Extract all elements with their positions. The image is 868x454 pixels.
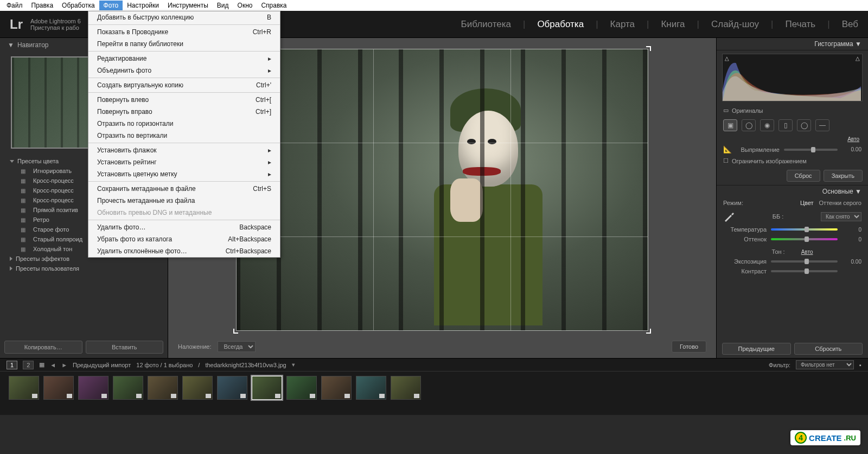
screen-1[interactable]: 1 <box>7 361 17 369</box>
menuitem[interactable]: Редактирование▸ <box>88 53 280 65</box>
mode-color[interactable]: Цвет <box>800 200 814 206</box>
straighten-slider[interactable] <box>784 149 838 151</box>
app-logo: Lr <box>10 17 23 32</box>
filmstrip-thumb[interactable] <box>113 376 143 400</box>
reset-all-button[interactable]: Сбросить <box>794 343 863 355</box>
menuitem[interactable]: Повернуть влевоCtrl+[ <box>88 94 280 106</box>
breadcrumb[interactable]: Предыдущий импорт <box>73 362 131 368</box>
previous-button[interactable]: Предыдущие <box>722 343 791 355</box>
menuitem[interactable]: Добавить в быструю коллекциюB <box>88 11 280 23</box>
filmstrip-thumbs <box>0 372 868 404</box>
menuitem[interactable]: Создать виртуальную копиюCtrl+' <box>88 79 280 91</box>
temp-slider[interactable] <box>771 228 838 231</box>
mode-bw[interactable]: Оттенки серого <box>819 200 861 206</box>
filmstrip-thumb[interactable] <box>217 376 247 400</box>
nav-back-icon[interactable]: ◄ <box>50 362 56 368</box>
nav-fwd-icon[interactable]: ► <box>61 362 67 368</box>
watermark: 4 СREATE .RU <box>790 430 860 445</box>
menu-инструменты[interactable]: Инструменты <box>163 1 213 10</box>
filmstrip-thumb[interactable] <box>9 376 39 400</box>
right-panel: Гистограмма ▼ △ △ ▭Оригиналы ▣ ◯ ◉ ▯ ◯ —… <box>716 38 868 358</box>
module-3[interactable]: Книга <box>661 19 685 30</box>
auto-tone[interactable]: Авто <box>801 249 813 255</box>
gradient-tool[interactable]: ▯ <box>778 119 793 131</box>
done-button[interactable]: Готово <box>672 341 706 353</box>
overlay-select[interactable]: Всегда <box>218 341 256 352</box>
filmstrip-thumb[interactable] <box>43 376 74 400</box>
wb-select[interactable]: Как снято <box>821 212 861 221</box>
filmstrip-thumb[interactable] <box>182 376 213 400</box>
originals-toggle[interactable]: ▭Оригиналы <box>717 105 868 116</box>
menuitem[interactable]: Отразить по горизонтали <box>88 118 280 130</box>
filter-lock-icon[interactable]: ▪ <box>859 362 861 368</box>
filter-label: Фильтр: <box>769 362 790 368</box>
menuitem[interactable]: Сохранить метаданные в файлеCtrl+S <box>88 183 280 195</box>
photo-count: 12 фото / 1 выбрано <box>136 362 193 368</box>
menu-вид[interactable]: Вид <box>213 1 233 10</box>
constrain-check[interactable]: ☐Ограничить изображением <box>717 155 868 167</box>
radial-tool[interactable]: ◯ <box>797 119 811 131</box>
wb-picker-icon[interactable] <box>723 210 735 222</box>
histogram-title[interactable]: Гистограмма ▼ <box>717 38 868 50</box>
module-4[interactable]: Слайд-шоу <box>711 19 759 30</box>
overlay-label: Наложение: <box>178 343 211 350</box>
app-subtitle: Приступая к рабо <box>30 24 81 31</box>
module-switcher: Библиотека|Обработка|Карта|Книга|Слайд-ш… <box>461 19 858 30</box>
grid-toggle-icon[interactable]: ▦ <box>39 361 44 368</box>
crop-tool[interactable]: ▣ <box>723 119 737 131</box>
module-0[interactable]: Библиотека <box>461 19 511 30</box>
module-2[interactable]: Карта <box>610 19 635 30</box>
menuitem[interactable]: Удалить отклонённые фото…Ctrl+Backspace <box>88 245 280 257</box>
menuitem[interactable]: Удалить фото…Backspace <box>88 221 280 233</box>
menuitem[interactable]: Прочесть метаданные из файла <box>88 195 280 207</box>
module-5[interactable]: Печать <box>786 19 816 30</box>
auto-straighten[interactable]: Авто <box>847 136 859 142</box>
menuitem[interactable]: Отразить по вертикали <box>88 130 280 142</box>
photo-menu-dropdown: Добавить в быструю коллекциюBПоказать в … <box>88 11 280 258</box>
menu-правка[interactable]: Правка <box>27 1 58 10</box>
menu-настройки[interactable]: Настройки <box>123 1 163 10</box>
basic-panel-title[interactable]: Основные ▼ <box>717 185 868 197</box>
menuitem[interactable]: Установить флажок▸ <box>88 144 280 156</box>
preset-group[interactable]: Пресеты пользователя <box>0 264 168 273</box>
filter-select[interactable]: Фильтров нет <box>796 360 854 369</box>
menuitem[interactable]: Повернуть вправоCtrl+] <box>88 106 280 118</box>
filmstrip-thumb[interactable] <box>321 376 352 400</box>
module-6[interactable]: Веб <box>842 19 858 30</box>
reset-crop-button[interactable]: Сброс <box>787 170 820 182</box>
menuitem[interactable]: Убрать фото из каталогаAlt+Backspace <box>88 233 280 245</box>
image-canvas[interactable] <box>236 49 648 331</box>
filmstrip-thumb[interactable] <box>286 376 317 400</box>
filmstrip-thumb[interactable] <box>391 376 421 400</box>
filmstrip-thumb[interactable] <box>252 376 282 400</box>
redeye-tool[interactable]: ◉ <box>760 119 774 131</box>
current-filename: thedarkknight213b4f10vw3.jpg <box>205 362 286 368</box>
menuitem[interactable]: Объединить фото▸ <box>88 65 280 76</box>
menu-фото[interactable]: Фото <box>99 1 123 10</box>
contrast-slider[interactable] <box>771 270 838 272</box>
histogram[interactable]: △ △ <box>722 54 863 101</box>
filmstrip: 1 2 ▦ ◄ ► Предыдущий импорт 12 фото / 1 … <box>0 358 868 415</box>
menu-файл[interactable]: Файл <box>2 1 27 10</box>
menu-обработка[interactable]: Обработка <box>58 1 99 10</box>
filmstrip-thumb[interactable] <box>356 376 386 400</box>
crop-frame[interactable] <box>236 49 648 331</box>
menuitem[interactable]: Показать в ПроводникеCtrl+R <box>88 26 280 38</box>
exposure-slider[interactable] <box>771 260 838 263</box>
paste-button[interactable]: Вставить <box>86 341 164 354</box>
menu-справка[interactable]: Справка <box>257 1 291 10</box>
menuitem[interactable]: Установить рейтинг▸ <box>88 156 280 168</box>
screen-2[interactable]: 2 <box>23 361 34 369</box>
menu-окно[interactable]: Окно <box>233 1 257 10</box>
copy-button[interactable]: Копировать… <box>4 341 82 354</box>
menuitem[interactable]: Установить цветную метку▸ <box>88 168 280 180</box>
menuitem: Обновить превью DNG и метаданные <box>88 207 280 219</box>
tint-slider[interactable] <box>771 238 838 240</box>
spot-tool[interactable]: ◯ <box>742 119 756 131</box>
filmstrip-thumb[interactable] <box>78 376 108 400</box>
close-crop-button[interactable]: Закрыть <box>824 170 863 182</box>
brush-tool[interactable]: — <box>815 119 829 131</box>
menuitem[interactable]: Перейти в папку библиотеки <box>88 38 280 50</box>
module-1[interactable]: Обработка <box>537 19 584 30</box>
filmstrip-thumb[interactable] <box>148 376 178 400</box>
